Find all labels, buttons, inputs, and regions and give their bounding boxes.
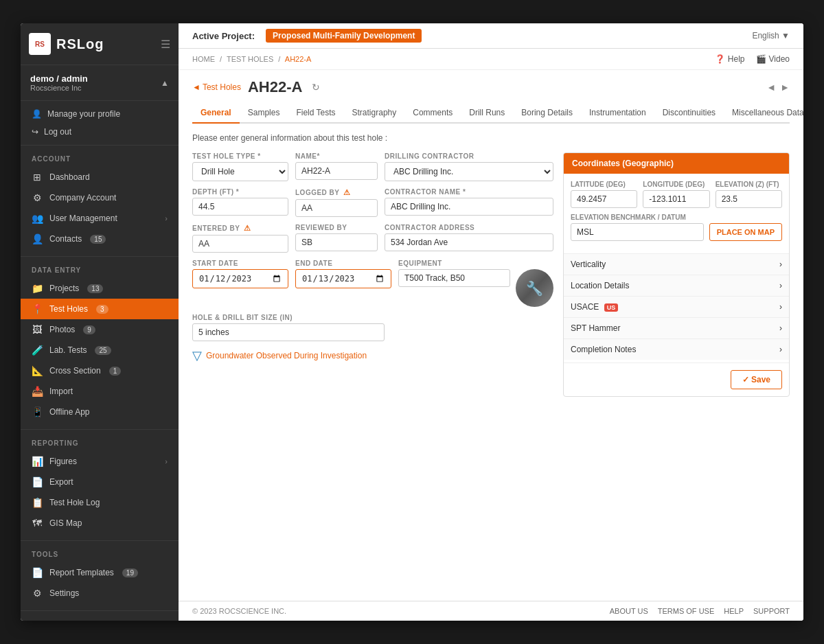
figures-chevron-icon: › <box>165 457 168 465</box>
contractor-name-input[interactable] <box>385 198 553 216</box>
form-group-type: TEST HOLE TYPE * Drill Hole Test Pit Bor… <box>192 152 288 181</box>
datum-input[interactable] <box>571 223 704 241</box>
sidebar-item-crosssection[interactable]: 📐 Cross Section 1 <box>21 360 179 381</box>
equipment-input-wrap <box>398 269 510 287</box>
refresh-icon[interactable]: ↻ <box>312 82 320 93</box>
coord-group-lat: LATITUDE (DEG) <box>571 181 637 208</box>
contacts-icon: 👤 <box>32 233 43 244</box>
entered-by-label: ENTERED BY ⚠ <box>192 224 288 233</box>
next-arrow-icon[interactable]: ► <box>780 82 790 93</box>
sidebar-item-gismap[interactable]: 🗺 GIS Map <box>21 513 179 533</box>
breadcrumb-home[interactable]: HOME <box>192 55 215 63</box>
sidebar-item-testholelog[interactable]: 📋 Test Hole Log <box>21 492 179 513</box>
verticality-label: Verticality <box>571 260 606 269</box>
sidebar-item-figures[interactable]: 📊 Figures › <box>21 451 179 472</box>
tab-fieldtests[interactable]: Field Tests <box>288 103 343 124</box>
breadcrumb-testholes[interactable]: TEST HOLES <box>227 55 273 63</box>
sidebar-item-labtests[interactable]: 🧪 Lab. Tests 25 <box>21 340 179 360</box>
tab-boringdetails[interactable]: Boring Details <box>513 103 581 124</box>
user-chevron-icon[interactable]: ▲ <box>161 78 169 88</box>
sidebar-item-label: Offline App <box>49 407 90 417</box>
hamburger-icon[interactable]: ☰ <box>161 38 170 51</box>
tab-general[interactable]: General <box>192 103 240 124</box>
elevation-label: ELEVATION (Z) (FT) <box>716 181 782 188</box>
longitude-input[interactable] <box>643 190 709 208</box>
latitude-input[interactable] <box>571 190 637 208</box>
sidebar-item-import[interactable]: 📥 Import <box>21 381 179 402</box>
sidebar-item-company[interactable]: ⚙ Company Account <box>21 187 179 208</box>
tools-section-label: TOOLS <box>21 548 179 562</box>
export-icon: 📄 <box>32 476 43 487</box>
footer-links: ABOUT US TERMS OF USE HELP SUPPORT <box>610 607 790 615</box>
save-button[interactable]: ✓ Save <box>731 370 782 389</box>
name-input[interactable] <box>295 162 378 180</box>
manage-profile-item[interactable]: 👤 Manage your profile <box>21 105 179 123</box>
logout-item[interactable]: ↪ Log out <box>21 123 179 141</box>
expand-verticality[interactable]: Verticality › <box>564 253 789 275</box>
footer-copyright: © 2023 ROCSCIENCE INC. <box>192 607 286 615</box>
tab-samples[interactable]: Samples <box>240 103 288 124</box>
sidebar-item-export[interactable]: 📄 Export <box>21 472 179 492</box>
name-label: NAME* <box>295 152 378 160</box>
footer-support[interactable]: SUPPORT <box>753 607 790 615</box>
nav-section-account: ACCOUNT ⊞ Dashboard ⚙ Company Account 👥 … <box>21 146 179 257</box>
user-name: demo / admin <box>30 73 88 84</box>
help-button[interactable]: ❓ Help <box>715 54 745 64</box>
data-entry-section-label: DATA ENTRY <box>21 264 179 278</box>
sidebar-item-offlineapp[interactable]: 📱 Offline App <box>21 402 179 422</box>
back-button[interactable]: ◄ Test Holes <box>192 82 241 92</box>
footer-terms[interactable]: TERMS OF USE <box>658 607 715 615</box>
place-on-map-button[interactable]: PLACE ON MAP <box>709 223 782 241</box>
reviewed-by-input[interactable] <box>295 233 378 251</box>
drill-bit-size-input[interactable] <box>192 323 385 341</box>
sidebar-item-contacts[interactable]: 👤 Contacts 15 <box>21 229 179 249</box>
language-selector[interactable]: English ▼ <box>752 31 790 41</box>
user-actions: 👤 Manage your profile ↪ Log out <box>21 101 179 146</box>
help-links: ❓ Help 🎬 Video <box>715 54 790 64</box>
account-section-label: ACCOUNT <box>21 152 179 167</box>
tab-drillruns[interactable]: Drill Runs <box>461 103 513 124</box>
footer-about[interactable]: ABOUT US <box>610 607 648 615</box>
tab-discontinuities[interactable]: Discontinuities <box>654 103 724 124</box>
expand-completion-notes[interactable]: Completion Notes › <box>564 338 789 360</box>
usace-badge: US <box>604 303 619 312</box>
gw-link[interactable]: Groundwater Observed During Investigatio… <box>206 351 367 360</box>
projects-badge: 13 <box>87 284 103 293</box>
tab-stratigraphy[interactable]: Stratigraphy <box>344 103 405 124</box>
expand-spt-hammer[interactable]: SPT Hammer › <box>564 317 789 338</box>
usace-label: USACE <box>571 302 599 312</box>
tab-comments[interactable]: Comments <box>404 103 461 124</box>
sidebar-item-settings[interactable]: ⚙ Settings <box>21 583 179 603</box>
figures-icon: 📊 <box>32 456 43 467</box>
depth-input[interactable] <box>192 198 288 216</box>
test-hole-type-select[interactable]: Drill Hole Test Pit Borehole Other <box>192 162 288 181</box>
tab-miscdata[interactable]: Miscellaneous Data <box>724 103 803 124</box>
contractor-address-input[interactable] <box>385 233 553 251</box>
expand-location-details[interactable]: Location Details › <box>564 275 789 296</box>
sidebar-item-testholes[interactable]: 📍 Test Holes 3 <box>21 299 179 319</box>
start-date-input[interactable] <box>192 269 288 288</box>
tab-instrumentation[interactable]: Instrumentation <box>581 103 654 124</box>
expand-usace[interactable]: USACE US › <box>564 296 789 317</box>
sidebar-item-label: Lab. Tests <box>49 345 87 355</box>
form-row-3: ENTERED BY ⚠ REVIEWED BY CONTRACTOR ADDR… <box>192 224 553 253</box>
datum-label: ELEVATION BENCHMARK / DATUM <box>571 214 704 221</box>
sidebar-item-photos[interactable]: 🖼 Photos 9 <box>21 319 179 340</box>
project-badge[interactable]: Proposed Multi-Family Development <box>266 29 422 43</box>
form-group-name: NAME* <box>295 152 378 181</box>
footer-help[interactable]: HELP <box>724 607 744 615</box>
equipment-input[interactable] <box>398 269 510 287</box>
drilling-contractor-select[interactable]: ABC Drilling Inc. XYZ Drilling Other <box>385 162 553 181</box>
sidebar-item-users[interactable]: 👥 User Management › <box>21 208 179 229</box>
contractor-address-label: CONTRACTOR ADDRESS <box>385 224 553 231</box>
sidebar-item-dashboard[interactable]: ⊞ Dashboard <box>21 167 179 187</box>
end-date-input[interactable] <box>295 269 391 288</box>
coordinates-body: LATITUDE (DEG) LONGITUDE (DEG) ELEVATION… <box>564 174 789 253</box>
entered-by-input[interactable] <box>192 235 288 253</box>
sidebar-item-reporttemplates[interactable]: 📄 Report Templates 19 <box>21 562 179 583</box>
elevation-input[interactable] <box>716 190 782 208</box>
prev-arrow-icon[interactable]: ◄ <box>766 82 776 93</box>
video-button[interactable]: 🎬 Video <box>756 54 790 64</box>
sidebar-item-projects[interactable]: 📁 Projects 13 <box>21 278 179 299</box>
logged-by-input[interactable] <box>295 199 378 217</box>
